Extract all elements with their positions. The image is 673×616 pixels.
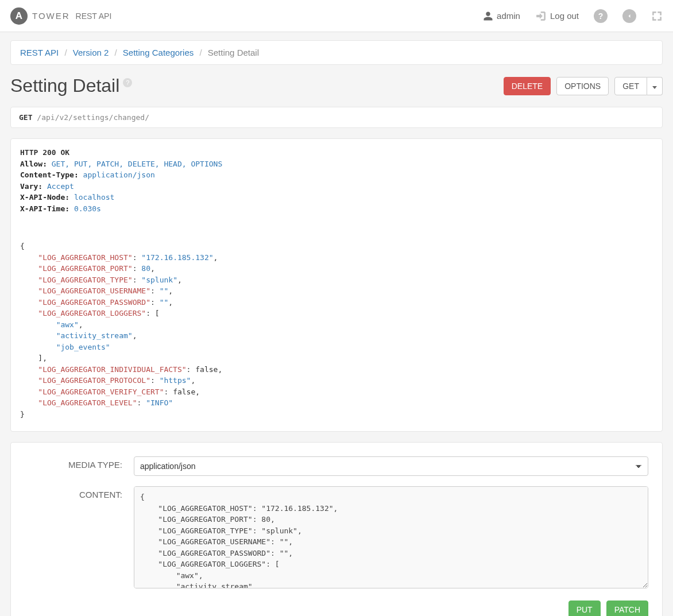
brand-restapi-text: REST API	[76, 11, 112, 21]
username-label: admin	[497, 11, 520, 21]
request-method: GET	[19, 113, 32, 122]
expand-icon	[651, 10, 663, 22]
options-button[interactable]: OPTIONS	[556, 77, 609, 95]
response-status: HTTP 200 OK	[20, 147, 653, 158]
response-body: { "LOG_AGGREGATOR_HOST": "172.16.185.132…	[20, 241, 653, 420]
delete-button[interactable]: DELETE	[504, 77, 551, 95]
user-icon	[483, 11, 493, 21]
response-header: Allow: GET, PUT, PATCH, DELETE, HEAD, OP…	[20, 158, 653, 170]
request-path-bar: GET /api/v2/settings/changed/	[10, 107, 663, 128]
media-type-label: MEDIA TYPE:	[25, 456, 134, 470]
breadcrumb: REST API / Version 2 / Setting Categorie…	[10, 40, 663, 65]
help-button[interactable]: ?	[594, 9, 608, 23]
user-menu[interactable]: admin	[483, 11, 520, 21]
put-button[interactable]: PUT	[568, 600, 601, 616]
response-headers: Allow: GET, PUT, PATCH, DELETE, HEAD, OP…	[20, 158, 653, 215]
breadcrumb-sep: /	[199, 48, 202, 57]
breadcrumb-item-version-2[interactable]: Version 2	[73, 48, 109, 57]
arrow-left-icon	[622, 9, 636, 23]
breadcrumb-sep: /	[64, 48, 67, 57]
response-panel: HTTP 200 OK Allow: GET, PUT, PATCH, DELE…	[10, 138, 663, 432]
logout-link[interactable]: Log out	[535, 10, 579, 22]
get-button[interactable]: GET	[614, 77, 647, 95]
caret-down-icon	[652, 86, 657, 89]
logout-icon	[535, 10, 547, 22]
get-dropdown-toggle[interactable]	[647, 77, 663, 95]
content-textarea[interactable]	[134, 486, 648, 588]
breadcrumb-sep: /	[115, 48, 117, 57]
breadcrumb-item-setting-categories[interactable]: Setting Categories	[123, 48, 194, 57]
response-header: X-API-Node: localhost	[20, 192, 653, 203]
page-title: Setting Detail ?	[10, 75, 132, 96]
response-header: X-API-Time: 0.030s	[20, 203, 653, 215]
response-header: Vary: Accept	[20, 181, 653, 192]
expand-button[interactable]	[651, 10, 663, 22]
page-header: Setting Detail ? DELETE OPTIONS GET	[10, 75, 663, 96]
topbar: A TOWER REST API admin Log out ?	[0, 0, 673, 32]
breadcrumb-item-rest-api[interactable]: REST API	[20, 48, 59, 57]
response-header: Content-Type: application/json	[20, 169, 653, 181]
breadcrumb-current: Setting Detail	[208, 48, 259, 57]
request-form: MEDIA TYPE: application/json CONTENT: PU…	[10, 442, 663, 616]
logout-label: Log out	[550, 11, 579, 21]
patch-button[interactable]: PATCH	[606, 600, 648, 616]
help-icon: ?	[594, 9, 608, 23]
media-type-select[interactable]: application/json	[134, 456, 648, 476]
brand-logo-icon: A	[10, 7, 28, 25]
title-help-icon[interactable]: ?	[123, 78, 132, 87]
brand: A TOWER REST API	[10, 7, 111, 25]
get-split-button: GET	[614, 77, 663, 95]
brand-tower-text: TOWER	[32, 11, 70, 21]
content-label: CONTENT:	[25, 486, 134, 499]
page-title-text: Setting Detail	[10, 75, 119, 96]
back-button[interactable]	[622, 9, 636, 23]
request-path: /api/v2/settings/changed/	[37, 113, 149, 122]
